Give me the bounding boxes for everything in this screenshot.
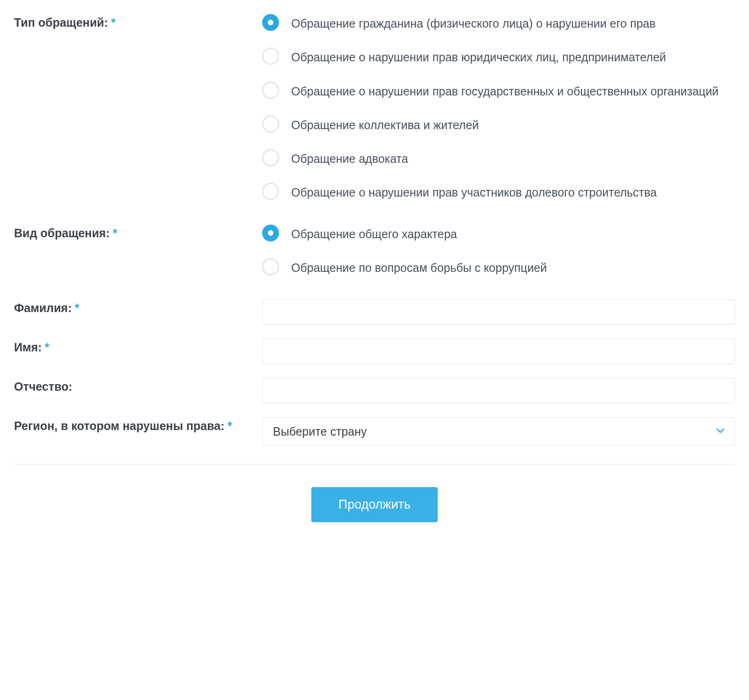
appeal-type-option-5[interactable]: Обращение о нарушении прав участников до…	[262, 183, 735, 201]
first-name-row: Имя: *	[14, 339, 735, 364]
appeal-kind-label: Вид обращения:	[14, 226, 110, 240]
patronymic-label-col: Отчество:	[14, 378, 262, 394]
radio-label: Обращение коллектива и жителей	[291, 116, 479, 133]
required-marker: *	[45, 341, 50, 354]
appeal-kind-field: Обращение общего характера Обращение по …	[262, 225, 735, 277]
button-row: Продолжить	[14, 487, 735, 522]
region-select: Выберите страну	[262, 417, 735, 445]
required-marker: *	[113, 226, 117, 240]
appeal-type-label: Тип обращений:	[14, 16, 108, 29]
region-row: Регион, в котором нарушены права: * Выбе…	[14, 417, 735, 445]
appeal-type-option-1[interactable]: Обращение о нарушении прав юридических л…	[262, 48, 735, 66]
radio-circle-icon	[262, 82, 279, 99]
form-divider	[14, 464, 735, 465]
region-label-col: Регион, в котором нарушены права: *	[14, 417, 262, 433]
appeal-kind-option-1[interactable]: Обращение по вопросам борьбы с коррупцие…	[262, 258, 735, 276]
last-name-label: Фамилия:	[14, 301, 72, 314]
radio-circle-icon	[262, 183, 279, 200]
radio-circle-icon	[262, 258, 279, 275]
radio-label: Обращение о нарушении прав юридических л…	[291, 48, 666, 66]
first-name-field	[262, 339, 735, 364]
appeal-type-label-col: Тип обращений: *	[14, 14, 262, 29]
appeal-type-option-4[interactable]: Обращение адвоката	[262, 149, 735, 167]
radio-label: Обращение общего характера	[291, 225, 457, 242]
appeal-kind-option-0[interactable]: Обращение общего характера	[262, 225, 735, 242]
radio-circle-icon	[262, 116, 279, 132]
first-name-label-col: Имя: *	[14, 339, 262, 354]
radio-circle-icon	[262, 225, 279, 241]
region-label: Регион, в котором нарушены права:	[14, 419, 225, 432]
continue-button[interactable]: Продолжить	[311, 487, 438, 522]
last-name-row: Фамилия: *	[14, 299, 735, 325]
last-name-label-col: Фамилия: *	[14, 299, 262, 315]
last-name-field	[262, 299, 735, 325]
appeal-kind-row: Вид обращения: * Обращение общего характ…	[14, 225, 735, 277]
appeal-type-option-3[interactable]: Обращение коллектива и жителей	[262, 116, 735, 133]
appeal-type-row: Тип обращений: * Обращение гражданина (ф…	[14, 14, 735, 201]
first-name-input[interactable]	[262, 339, 735, 364]
last-name-input[interactable]	[262, 299, 735, 325]
patronymic-field	[262, 378, 735, 403]
appeal-form: Тип обращений: * Обращение гражданина (ф…	[14, 14, 735, 522]
radio-label: Обращение о нарушении прав государственн…	[291, 82, 719, 100]
region-select-wrapper[interactable]: Выберите страну	[262, 417, 735, 445]
radio-label: Обращение о нарушении прав участников до…	[291, 183, 657, 201]
region-field: Выберите страну	[262, 417, 735, 445]
appeal-kind-radio-group: Обращение общего характера Обращение по …	[262, 225, 735, 277]
radio-circle-icon	[262, 149, 279, 166]
appeal-type-option-2[interactable]: Обращение о нарушении прав государственн…	[262, 82, 735, 100]
patronymic-row: Отчество:	[14, 378, 735, 403]
patronymic-input[interactable]	[262, 378, 735, 403]
appeal-type-field: Обращение гражданина (физического лица) …	[262, 14, 735, 201]
radio-label: Обращение гражданина (физического лица) …	[291, 14, 656, 32]
first-name-label: Имя:	[14, 341, 42, 354]
required-marker: *	[228, 419, 232, 432]
appeal-type-radio-group: Обращение гражданина (физического лица) …	[262, 14, 735, 201]
patronymic-label: Отчество:	[14, 380, 73, 393]
required-marker: *	[75, 301, 80, 314]
appeal-kind-label-col: Вид обращения: *	[14, 225, 262, 240]
radio-circle-icon	[262, 48, 279, 65]
radio-circle-icon	[262, 14, 279, 31]
required-marker: *	[111, 16, 116, 29]
radio-label: Обращение адвоката	[291, 149, 408, 167]
appeal-type-option-0[interactable]: Обращение гражданина (физического лица) …	[262, 14, 735, 32]
radio-label: Обращение по вопросам борьбы с коррупцие…	[291, 258, 547, 276]
